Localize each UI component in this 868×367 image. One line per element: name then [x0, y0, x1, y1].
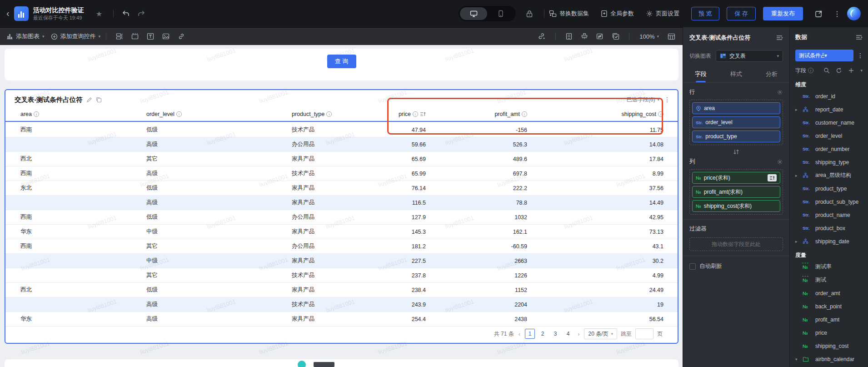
clean-style-icon[interactable]	[581, 33, 588, 40]
desktop-mode-icon[interactable]	[460, 7, 487, 20]
expand-caret-icon[interactable]: ▸	[795, 239, 800, 244]
field-pill-order_level[interactable]: Str.order_level	[692, 116, 780, 128]
lock-icon[interactable]	[526, 10, 533, 18]
edit-title-icon[interactable]	[86, 97, 92, 103]
dimension-field-shipping_type[interactable]: ▸Str.shipping_type	[790, 156, 868, 169]
republish-button[interactable]: 重新发布	[763, 7, 803, 20]
save-button[interactable]: 保 存	[727, 7, 756, 20]
measure-field-profit_amt[interactable]: ▸№profit_amt	[790, 313, 868, 326]
tab-analysis[interactable]: 分析	[754, 66, 789, 82]
dimension-field-customer_name[interactable]: ▸Str.customer_name	[790, 116, 868, 129]
tab-fields[interactable]: 字段	[683, 66, 718, 82]
page-button-1[interactable]: 1	[525, 329, 535, 339]
measure-field-测试[interactable]: ▸№测试	[790, 273, 868, 287]
dimension-field-area_层级结构[interactable]: ▸area_层级结构	[790, 169, 868, 182]
field-pill-profit_amt(求和)[interactable]: №profit_amt(求和)	[692, 186, 780, 198]
card-view-icon[interactable]	[565, 33, 573, 40]
dimension-field-order_id[interactable]: ▸Str.order_id	[790, 90, 868, 103]
page-button-3[interactable]: 3	[550, 329, 560, 339]
query-button[interactable]: 查 询	[327, 55, 356, 68]
preview-button[interactable]: 预 览	[691, 7, 719, 20]
swap-rows-cols-icon[interactable]	[683, 147, 789, 157]
expand-caret-icon[interactable]: ▸	[795, 107, 800, 112]
measure-field-order_amt[interactable]: ▸№order_amt	[790, 287, 868, 300]
collapse-data-panel-icon[interactable]	[855, 34, 863, 40]
widget-more-icon[interactable]: ⋮	[664, 96, 670, 103]
global-params-button[interactable]: 全局参数	[601, 10, 634, 18]
dimension-field-product_type[interactable]: ▸Str.product_type	[790, 182, 868, 195]
table-cell: 78.8	[426, 200, 527, 206]
collapse-panel-icon[interactable]	[776, 35, 783, 41]
image-widget-icon[interactable]	[162, 33, 170, 40]
custom-sort-icon[interactable]	[420, 111, 426, 117]
add-chart-button[interactable]: 添加图表▾	[6, 32, 45, 40]
more-menu-icon[interactable]: ⋮	[833, 10, 841, 18]
dataset-select[interactable]: 测试条件占位符 ▾	[795, 50, 853, 61]
crosstab-widget[interactable]: 交叉表-测试条件占位符 已选字段(6)▾ ⋮ areaiorder_leveli…	[5, 89, 678, 344]
add-field-icon[interactable]	[848, 67, 854, 74]
field-pill-price(求和)[interactable]: №price(求和)	[692, 172, 780, 184]
dimension-field-order_number[interactable]: ▸Str.order_number	[790, 142, 868, 156]
selected-fields-dropdown[interactable]: 已选字段(6)▾	[627, 96, 659, 104]
row-fields-dropzone[interactable]: areaStr.order_levelStr.product_type	[689, 100, 783, 145]
cols-gear-icon[interactable]	[777, 159, 783, 165]
field-pill-product_type[interactable]: Str.product_type	[692, 131, 780, 142]
refresh-fields-icon[interactable]	[836, 67, 842, 74]
dimension-field-product_box[interactable]: ▸Str.product_box	[790, 221, 868, 235]
page-button-4[interactable]: 4	[563, 329, 573, 339]
search-fields-icon[interactable]	[823, 67, 830, 74]
dimension-field-product_name[interactable]: ▸Str.product_name	[790, 208, 868, 221]
device-mode-toggle[interactable]	[459, 6, 516, 21]
dimension-field-shipping_date[interactable]: ▸shipping_date	[790, 235, 868, 248]
grid-layout-icon[interactable]	[668, 33, 675, 40]
conditional-format-icon[interactable]	[768, 174, 777, 181]
measure-field-back_point[interactable]: ▸№back_point	[790, 300, 868, 313]
back-icon[interactable]: ‹	[0, 8, 14, 20]
column-header-price[interactable]: pricei	[369, 111, 426, 117]
measure-field-测试率[interactable]: ▸№测试率	[790, 260, 868, 273]
auto-refresh-checkbox[interactable]	[689, 263, 696, 270]
next-page-icon[interactable]: ›	[577, 331, 580, 337]
page-jump-input[interactable]	[635, 328, 653, 339]
dimension-field-report_date[interactable]: ▸report_date	[790, 103, 868, 116]
fields-sort-caret-icon[interactable]: ▾	[860, 68, 863, 73]
page-settings-button[interactable]: 页面设置	[646, 10, 679, 18]
dataset-more-icon[interactable]: ⋮	[857, 52, 863, 59]
mobile-mode-icon[interactable]	[487, 7, 514, 20]
tab-container-icon[interactable]	[131, 33, 139, 40]
copy-widget-icon[interactable]	[96, 97, 102, 103]
text-widget-icon[interactable]	[147, 33, 154, 40]
redo-icon[interactable]	[137, 10, 145, 17]
field-pill-area[interactable]: area	[692, 102, 780, 114]
tab-style[interactable]: 样式	[718, 66, 754, 82]
filter-dropzone[interactable]: 拖动数据字段至此处	[689, 237, 783, 251]
chart-type-select[interactable]: 交叉表 ▾	[716, 50, 783, 62]
user-avatar[interactable]	[847, 7, 861, 20]
layout-component-icon[interactable]	[116, 33, 123, 40]
table-row: 其它技术产品237.812264.99	[5, 268, 678, 283]
linkage-setting-icon[interactable]	[538, 33, 546, 40]
page-button-2[interactable]: 2	[538, 329, 548, 339]
hyperlink-icon[interactable]	[178, 33, 185, 40]
query-control-card[interactable]: 查 询	[5, 49, 678, 80]
dimension-field-product_sub_type[interactable]: ▸Str.product_sub_type	[790, 195, 868, 208]
page-size-select[interactable]: 20 条/页▾	[584, 328, 617, 339]
field-pill-shipping_cost(求和)[interactable]: №shipping_cost(求和)	[692, 200, 780, 212]
measure-field-price[interactable]: ▸№price	[790, 326, 868, 339]
column-fields-dropzone[interactable]: №price(求和)№profit_amt(求和)№shipping_cost(…	[689, 169, 783, 215]
zoom-level-select[interactable]: 100%▾	[639, 33, 659, 40]
replace-dataset-button[interactable]: 替换数据集	[549, 10, 589, 18]
expand-caret-icon[interactable]: ▸	[795, 173, 800, 178]
measure-field-shipping_cost[interactable]: ▸№shipping_cost	[790, 339, 868, 352]
measure-field-airbnb_calendar[interactable]: ▾airbnb_calendar	[790, 352, 868, 366]
batch-select-icon[interactable]	[612, 33, 619, 40]
rows-gear-icon[interactable]	[777, 89, 783, 96]
prev-page-icon[interactable]: ‹	[518, 331, 521, 337]
open-external-icon[interactable]	[815, 10, 823, 18]
favorite-star-icon[interactable]: ★	[96, 10, 102, 18]
dimension-field-order_level[interactable]: ▸Str.order_level	[790, 129, 868, 142]
add-query-control-button[interactable]: 添加查询控件▾	[51, 32, 101, 40]
hidden-components-icon[interactable]	[596, 33, 604, 40]
undo-icon[interactable]	[122, 10, 130, 17]
expand-caret-icon[interactable]: ▾	[795, 357, 800, 362]
